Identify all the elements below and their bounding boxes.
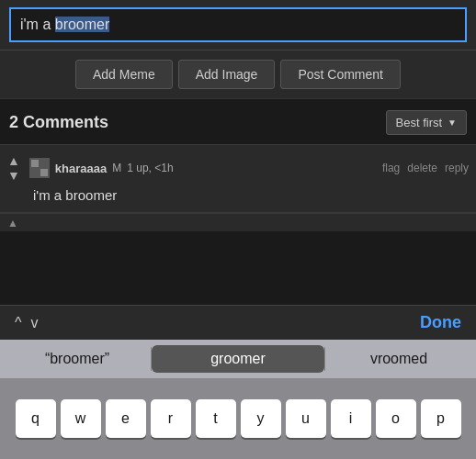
done-button[interactable]: Done xyxy=(420,313,461,332)
add-meme-button[interactable]: Add Meme xyxy=(75,60,173,89)
svg-rect-0 xyxy=(31,160,39,167)
keyboard-row: q w e r t y u i o p xyxy=(0,378,476,459)
autocomplete-item-1[interactable]: groomer xyxy=(152,345,324,373)
key-u[interactable]: u xyxy=(286,399,326,438)
key-w[interactable]: w xyxy=(61,399,101,438)
sort-label: Best first xyxy=(396,116,443,129)
key-i[interactable]: i xyxy=(331,399,371,438)
add-image-button[interactable]: Add Image xyxy=(178,60,276,89)
svg-rect-1 xyxy=(40,160,48,167)
comment-input[interactable]: i'm a broomer xyxy=(9,7,467,42)
key-y[interactable]: y xyxy=(241,399,281,438)
key-t[interactable]: t xyxy=(196,399,236,438)
input-text-selected: broomer xyxy=(55,17,110,32)
action-buttons-bar: Add Meme Add Image Post Comment xyxy=(0,50,476,99)
sort-dropdown[interactable]: Best first ▼ xyxy=(386,110,467,135)
comment-meta: ▲ ▼ kharaaaa M 1 up, <1h flag delete rep… xyxy=(7,151,469,184)
chevron-down-icon: ▼ xyxy=(448,118,457,128)
expand-icon: ▲ xyxy=(7,217,18,230)
comment-username: kharaaaa xyxy=(55,162,107,175)
flag-link[interactable]: flag xyxy=(382,162,400,174)
toolbar-arrows: ^ v xyxy=(15,315,39,331)
comment-text: i'm a broomer xyxy=(7,184,469,207)
comment-actions: flag delete reply xyxy=(382,162,469,174)
key-r[interactable]: r xyxy=(151,399,191,438)
comments-count: 2 Comments xyxy=(9,113,108,132)
svg-rect-2 xyxy=(31,169,39,176)
comment-collapsed-indicator: ▲ xyxy=(0,213,476,231)
upvote-button[interactable]: ▲ xyxy=(7,154,20,167)
comment-badge: M xyxy=(112,162,121,174)
comment-votes: 1 up, <1h xyxy=(127,162,173,174)
avatar xyxy=(29,158,50,178)
delete-link[interactable]: delete xyxy=(407,162,437,174)
input-section: i'm a broomer xyxy=(0,0,476,50)
key-q[interactable]: q xyxy=(16,399,56,438)
comments-header: 2 Comments Best first ▼ xyxy=(0,99,476,144)
vote-buttons: ▲ ▼ xyxy=(7,154,20,182)
autocomplete-item-2[interactable]: vroomed xyxy=(325,343,472,375)
input-text-before: i'm a xyxy=(20,17,55,32)
key-o[interactable]: o xyxy=(376,399,416,438)
toolbar-down-arrow[interactable]: v xyxy=(31,315,39,331)
reply-link[interactable]: reply xyxy=(445,162,469,174)
autocomplete-bar: “broomer” groomer vroomed xyxy=(0,340,476,378)
keyboard-toolbar: ^ v Done xyxy=(0,305,476,340)
toolbar-up-arrow[interactable]: ^ xyxy=(15,315,22,331)
post-comment-button[interactable]: Post Comment xyxy=(280,60,401,89)
comment-row: ▲ ▼ kharaaaa M 1 up, <1h flag delete rep… xyxy=(0,144,476,213)
svg-rect-3 xyxy=(40,169,48,176)
key-e[interactable]: e xyxy=(106,399,146,438)
autocomplete-item-0[interactable]: “broomer” xyxy=(4,343,151,375)
downvote-button[interactable]: ▼ xyxy=(7,169,20,182)
key-p[interactable]: p xyxy=(421,399,461,438)
